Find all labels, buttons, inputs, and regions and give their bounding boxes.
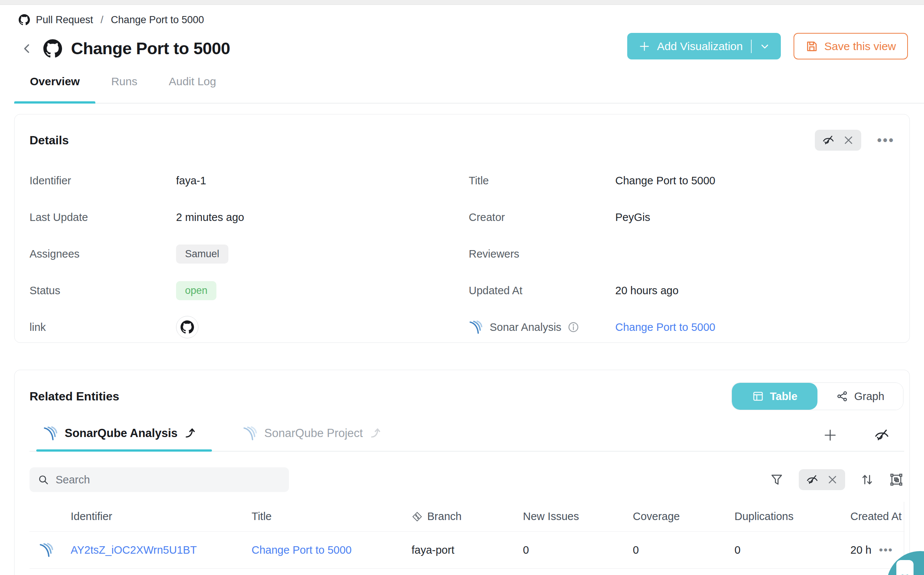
filter-icon[interactable] xyxy=(770,473,784,487)
field-label: Last Update xyxy=(30,211,176,224)
search-box xyxy=(30,467,289,492)
add-related-entity-button[interactable] xyxy=(823,428,838,443)
github-icon xyxy=(181,321,194,334)
save-view-button[interactable]: Save this view xyxy=(794,33,908,59)
details-more-button[interactable]: ••• xyxy=(877,137,894,144)
page-title: Change Port to 5000 xyxy=(71,39,230,58)
breadcrumb-separator: / xyxy=(99,14,105,26)
row-title-link[interactable]: Change Port to 5000 xyxy=(252,544,352,556)
add-visualization-button[interactable]: Add Visualization xyxy=(627,33,781,59)
column-header[interactable]: Identifier xyxy=(64,502,239,532)
github-icon xyxy=(19,14,30,25)
field-label: link xyxy=(30,321,176,334)
column-header[interactable]: Branch xyxy=(403,502,509,532)
field-label: Updated At xyxy=(469,284,615,297)
field-label: Assignees xyxy=(30,248,176,260)
tab-audit-log[interactable]: Audit Log xyxy=(153,75,232,103)
row-coverage: 0 xyxy=(617,532,722,569)
related-entities-heading: Related Entities xyxy=(30,389,119,403)
field-row: Updated At 20 hours ago xyxy=(469,272,894,309)
field-label: Status xyxy=(30,284,176,297)
sonar-analysis-link[interactable]: Change Port to 5000 xyxy=(615,321,715,334)
table-header-row: Identifier Title Branch New Issues Cover… xyxy=(30,502,904,532)
field-row: Status open xyxy=(30,272,455,309)
field-value: PeyGis xyxy=(615,211,650,224)
column-header[interactable]: New Issues xyxy=(509,502,617,532)
row-identifier-link[interactable]: AY2tsZ_iOC2XWrn5U1BT xyxy=(71,544,197,556)
field-label: Title xyxy=(469,175,615,187)
field-value: 20 hours ago xyxy=(615,284,678,297)
row-new-issues: 0 xyxy=(509,532,617,569)
related-entities-table: Identifier Title Branch New Issues Cover… xyxy=(30,502,904,569)
field-value: faya-1 xyxy=(176,175,206,187)
close-icon[interactable] xyxy=(827,475,838,485)
eye-slash-icon[interactable] xyxy=(806,474,818,486)
column-header[interactable]: Coverage xyxy=(617,502,722,532)
column-header[interactable]: Title xyxy=(239,502,403,532)
row-more-button[interactable]: ••• xyxy=(879,543,893,556)
field-row: Sonar Analysis Change Port to 5000 xyxy=(469,309,894,345)
assignee-chip[interactable]: Samuel xyxy=(176,245,228,264)
status-badge: open xyxy=(176,281,216,300)
search-input[interactable] xyxy=(56,474,281,486)
plus-icon xyxy=(823,428,838,443)
field-label: Identifier xyxy=(30,175,176,187)
sort-icon[interactable] xyxy=(860,473,874,487)
github-icon xyxy=(43,39,62,58)
tab-runs[interactable]: Runs xyxy=(95,75,153,103)
graph-icon xyxy=(836,390,848,402)
entity-tab-sonarqube-project[interactable]: SonarQube Project xyxy=(236,426,397,451)
field-row: Reviewers xyxy=(469,235,894,272)
hidden-columns-pill xyxy=(799,469,845,490)
entity-tab-sonarqube-analysis[interactable]: SonarQube Analysis xyxy=(36,426,212,451)
details-card: Details ••• Identifier faya-1 Last Updat… xyxy=(14,114,910,343)
field-row: Last Update 2 minutes ago xyxy=(30,199,455,235)
button-divider xyxy=(751,40,752,53)
column-header[interactable]: Created At xyxy=(823,502,905,532)
column-header[interactable]: Duplications xyxy=(722,502,823,532)
eye-slash-icon[interactable] xyxy=(823,134,834,146)
entity-tabs: SonarQube Analysis SonarQube Project xyxy=(30,419,904,452)
sonarqube-icon xyxy=(39,542,55,558)
field-label: Reviewers xyxy=(469,248,615,260)
field-label: Creator xyxy=(469,211,615,224)
close-icon[interactable] xyxy=(843,135,854,145)
row-created-at: 20 h xyxy=(850,544,871,556)
relation-arrow-icon xyxy=(369,427,382,440)
main-tabs: Overview Runs Audit Log xyxy=(14,75,924,103)
chevron-down-icon xyxy=(760,41,770,51)
field-row: link xyxy=(30,309,455,345)
search-icon xyxy=(38,474,49,486)
field-row: Creator PeyGis xyxy=(469,199,894,235)
field-row: Assignees Samuel xyxy=(30,235,455,272)
group-icon[interactable] xyxy=(889,473,903,487)
related-entities-card: Related Entities Table Graph SonarQube A… xyxy=(14,370,910,575)
breadcrumb-current: Change Port to 5000 xyxy=(111,14,204,26)
chat-icon xyxy=(896,560,913,575)
tab-overview[interactable]: Overview xyxy=(14,75,95,103)
info-icon[interactable] xyxy=(567,321,579,333)
field-label: Sonar Analysis xyxy=(490,321,561,334)
table-view-button[interactable]: Table xyxy=(732,383,818,410)
field-row: Identifier faya-1 xyxy=(30,162,455,199)
eye-slash-icon[interactable] xyxy=(874,428,889,443)
details-heading: Details xyxy=(30,133,69,147)
github-link-button[interactable] xyxy=(176,316,198,338)
column-header-icon xyxy=(30,502,64,532)
hidden-properties-pill xyxy=(815,130,861,151)
branch-icon xyxy=(412,511,423,522)
field-value: Change Port to 5000 xyxy=(615,175,715,187)
sonarqube-icon xyxy=(242,426,258,441)
view-toggle: Table Graph xyxy=(732,383,903,410)
table-icon xyxy=(752,390,764,402)
sonarqube-icon xyxy=(43,426,59,441)
field-row: Title Change Port to 5000 xyxy=(469,162,894,199)
sonarqube-icon xyxy=(469,320,484,335)
breadcrumb-root[interactable]: Pull Request xyxy=(36,14,93,26)
breadcrumb: Pull Request / Change Port to 5000 xyxy=(19,12,924,27)
save-icon xyxy=(805,40,818,53)
graph-view-button[interactable]: Graph xyxy=(818,383,903,410)
back-button[interactable] xyxy=(19,41,34,56)
row-duplications: 0 xyxy=(722,532,823,569)
relation-arrow-icon xyxy=(184,427,196,440)
